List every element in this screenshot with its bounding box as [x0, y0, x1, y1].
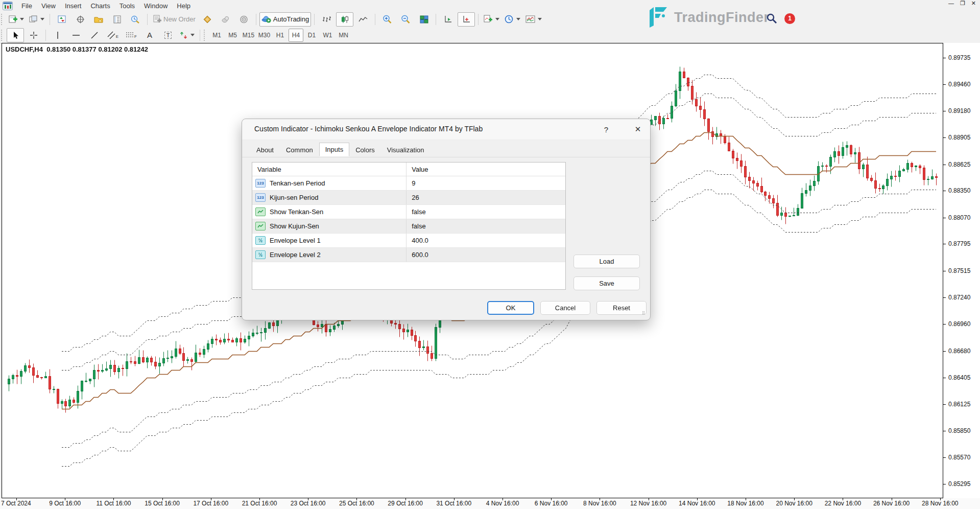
table-row-envelope-level-2[interactable]: ½Envelope Level 2600.0: [252, 248, 565, 262]
menu-item-file[interactable]: File: [17, 1, 37, 11]
menu-item-window[interactable]: Window: [139, 1, 172, 11]
market-watch-button[interactable]: [53, 12, 70, 27]
variable-value[interactable]: 26: [407, 194, 565, 201]
variable-value[interactable]: false: [407, 208, 565, 216]
notification-badge[interactable]: 1: [784, 13, 795, 24]
table-row-show-tenkan-sen[interactable]: Show Tenkan-Senfalse: [252, 205, 565, 219]
time-axis-tick: [746, 498, 746, 500]
equidistant-channel-tool-button[interactable]: E: [104, 28, 122, 42]
community-button[interactable]: [217, 12, 234, 27]
menu-item-tools[interactable]: Tools: [115, 1, 139, 11]
price-axis-tick: [943, 297, 946, 298]
fibonacci-tool-button[interactable]: F: [123, 28, 140, 42]
table-row-envelope-level-1[interactable]: ½Envelope Level 1400.0: [252, 234, 565, 248]
timeframe-w1[interactable]: W1: [320, 29, 335, 42]
timeframe-m1[interactable]: M1: [209, 29, 224, 42]
price-axis-label: 0.87515: [948, 267, 970, 274]
horizontal-line-tool-button[interactable]: [67, 28, 85, 42]
menu-item-charts[interactable]: Charts: [86, 1, 114, 11]
alerts-button[interactable]: [235, 12, 253, 27]
time-axis-tick: [405, 498, 406, 500]
variable-value[interactable]: 400.0: [407, 237, 565, 244]
timeframe-h1[interactable]: H1: [273, 29, 288, 42]
dialog-help-button[interactable]: ?: [600, 123, 613, 136]
bool-input-icon: [255, 222, 266, 230]
minimize-icon[interactable]: —: [948, 0, 954, 7]
table-row-tenkan-sen-period[interactable]: 123Tenkan-sen Period9: [252, 176, 565, 191]
toolbar-grip[interactable]: [1, 14, 4, 25]
variable-value[interactable]: false: [407, 222, 565, 230]
timeframe-h4[interactable]: H4: [289, 29, 303, 42]
close-icon[interactable]: ✕: [971, 0, 976, 7]
timeframe-m5[interactable]: M5: [225, 29, 240, 42]
table-row-show-kujun-sen[interactable]: Show Kujun-Senfalse: [252, 219, 565, 234]
trendline-tool-button[interactable]: [86, 28, 103, 42]
price-axis-tick: [943, 58, 946, 58]
terminal-button[interactable]: [108, 12, 126, 27]
toolbar-grip[interactable]: [1, 30, 4, 41]
time-axis-tick: [551, 498, 552, 500]
menu-item-help[interactable]: Help: [172, 1, 195, 11]
strategy-tester-button[interactable]: [127, 12, 144, 27]
tile-windows-button[interactable]: [415, 12, 433, 27]
line-chart-icon: [358, 15, 368, 24]
chart-shift-button[interactable]: [458, 12, 475, 27]
menu-item-view[interactable]: View: [37, 1, 60, 11]
reset-button[interactable]: Reset: [596, 301, 647, 315]
new-order-button[interactable]: New Order: [151, 12, 198, 27]
dialog-close-button[interactable]: ✕: [631, 123, 644, 136]
load-button[interactable]: Load: [573, 254, 640, 268]
timeframe-mn[interactable]: MN: [336, 29, 351, 42]
ok-button[interactable]: OK: [487, 301, 534, 315]
timeframe-m15[interactable]: M15: [241, 29, 256, 42]
indicators-button[interactable]: [482, 12, 501, 27]
save-button[interactable]: Save: [573, 276, 640, 290]
line-chart-mode-button[interactable]: [354, 12, 372, 27]
numeric-input-icon: 123: [255, 179, 266, 188]
candlestick-chart-mode-button[interactable]: [336, 12, 353, 27]
vertical-line-tool-button[interactable]: [49, 28, 66, 42]
tab-visualization[interactable]: Visualization: [381, 143, 431, 157]
indicator-properties-dialog: Custom Indicator - Ichimoku Senkou A Env…: [242, 119, 651, 320]
cursor-tool-button[interactable]: [7, 28, 24, 42]
new-chart-button[interactable]: [7, 12, 26, 27]
text-label-tool-button[interactable]: T: [159, 28, 177, 42]
profiles-button[interactable]: [27, 12, 46, 27]
arrows-tool-button[interactable]: [178, 28, 197, 42]
auto-scroll-button[interactable]: [439, 12, 457, 27]
autotrading-button[interactable]: AutoTrading: [259, 12, 311, 27]
tab-about[interactable]: About: [250, 143, 280, 157]
templates-button[interactable]: [523, 12, 544, 27]
timeframe-m30[interactable]: M30: [257, 29, 272, 42]
zoom-in-button[interactable]: [378, 12, 396, 27]
price-axis[interactable]: 0.897350.894600.891800.889050.886250.883…: [943, 43, 980, 498]
zoom-out-button[interactable]: [397, 12, 414, 27]
timeframe-d1[interactable]: D1: [304, 29, 319, 42]
variable-value[interactable]: 9: [407, 179, 565, 187]
dialog-titlebar[interactable]: Custom Indicator - Ichimoku Senkou A Env…: [242, 119, 650, 140]
crosshair-tool-button[interactable]: [25, 28, 42, 42]
variable-value[interactable]: 600.0: [407, 251, 565, 259]
navigator-button[interactable]: [90, 12, 107, 27]
menu-item-insert[interactable]: Insert: [60, 1, 86, 11]
toolbar-grip[interactable]: [204, 30, 207, 41]
cancel-button[interactable]: Cancel: [540, 301, 590, 315]
table-row-kijun-sen-period[interactable]: 123Kijun-sen Period26: [252, 191, 565, 205]
price-axis-label: 0.86405: [948, 374, 970, 381]
data-window-button[interactable]: [71, 12, 89, 27]
tab-common[interactable]: Common: [280, 143, 319, 157]
dialog-resize-grip[interactable]: ⠿: [642, 312, 647, 317]
time-axis[interactable]: 7 Oct 20249 Oct 16:0011 Oct 16:0015 Oct …: [0, 498, 980, 509]
cursor-icon: [12, 31, 19, 39]
tab-inputs[interactable]: Inputs: [319, 143, 349, 156]
search-icon[interactable]: [766, 13, 777, 24]
periods-button[interactable]: [503, 12, 522, 27]
mt4-logo-icon: [3, 2, 13, 10]
text-tool-button[interactable]: A: [141, 28, 158, 42]
maximize-icon[interactable]: ❐: [960, 0, 965, 7]
metaeditor-button[interactable]: [199, 12, 216, 27]
tab-colors[interactable]: Colors: [349, 143, 381, 157]
price-axis-label: 0.88070: [948, 214, 970, 221]
toolbar-separator: [436, 14, 436, 25]
bar-chart-mode-button[interactable]: [318, 12, 335, 27]
